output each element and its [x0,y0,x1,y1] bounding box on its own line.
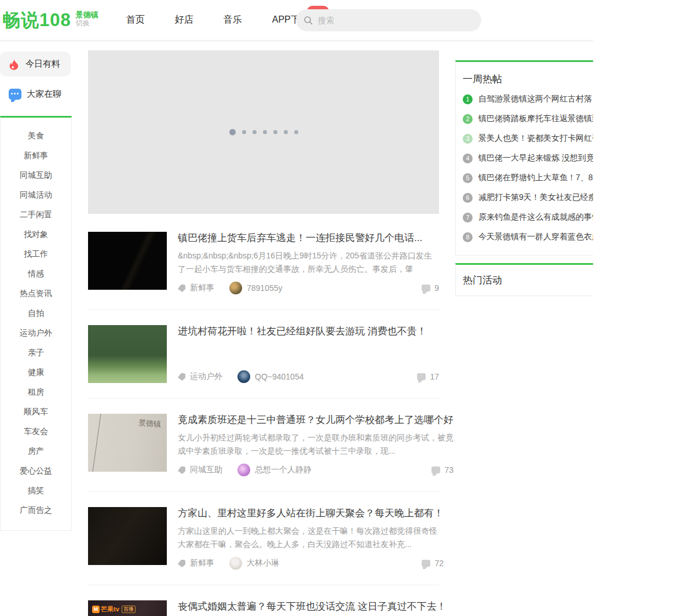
comment-icon [422,285,430,291]
carousel-banner[interactable] [88,50,439,214]
hot-post-item[interactable]: 7 原来钓鱼是件这么有成就感的事情 [463,207,593,227]
category-parenting[interactable]: 亲子 [1,342,71,362]
comment-count: 9 [434,283,439,293]
fire-icon [8,58,20,71]
carousel-dot[interactable] [253,130,257,134]
site-logo-text[interactable]: 畅说108 [2,5,71,36]
category-emotions[interactable]: 情感 [1,264,71,283]
comment-count-group: 9 [422,283,439,293]
comment-count: 17 [430,372,439,381]
category-dating[interactable]: 找对象 [1,224,71,244]
post-excerpt: 女儿小升初经过两轮考试都录取了，一次是联办班和素质班的同步考试，被竟成中学素质班… [178,431,453,458]
comment-count: 73 [444,465,453,475]
post-category[interactable]: 运动户外 [190,371,222,382]
post-title[interactable]: 进坑村荷花开啦！社友已经组好队要去游玩 消费也不贵！ [178,325,439,338]
comment-count-group: 72 [422,559,444,568]
category-charity[interactable]: 爱心公益 [1,461,71,480]
post-author[interactable]: 总想一个人静静 [255,465,312,475]
rank-badge: 2 [463,114,473,124]
carousel-dot[interactable] [229,129,236,136]
city-label: 景德镇 [76,10,98,19]
rank-badge: 5 [463,173,473,183]
rank-badge: 8 [463,232,473,242]
search-box[interactable] [296,9,481,31]
post-title[interactable]: 镇巴佬撞上货车后弃车逃走！一连拒接民警好几个电话... [178,232,439,245]
carousel-dot[interactable] [273,130,277,134]
carousel-dot[interactable] [294,130,298,134]
nav-music[interactable]: 音乐 [224,14,242,26]
post-excerpt: 方家山这里的人一到晚上都大聚会，这是在干嘛！每次路过都觉得很奇怪大家都在干嘛，聚… [178,524,444,551]
nav-home[interactable]: 首页 [126,14,145,26]
category-jobs[interactable]: 找工作 [1,244,71,264]
logo[interactable]: 畅说108 景德镇 切换 [2,5,98,36]
thumbnail-text: 景德镇 [138,418,161,430]
hot-post-item[interactable]: 3 景美人也美！瓷都美女打卡网红瓷 [463,129,593,148]
tag-icon [178,466,185,474]
category-local-events[interactable]: 同城活动 [1,185,71,205]
sidebar-item-everyone-chatting[interactable]: 大家在聊 [0,89,72,100]
category-hot-info[interactable]: 热点资讯 [1,283,71,303]
category-rentals[interactable]: 租房 [1,382,71,402]
hot-activities: 热门活动 [455,263,593,296]
right-sidebar: 一周热帖 1 自驾游景德镇这两个网红古村落！ 2 镇巴佬骑踏板摩托车往返景德镇到… [455,41,593,296]
category-carpool[interactable]: 顺风车 [1,402,71,421]
post-title[interactable]: 丧偶式婚姻太普遍？每天下班也没话交流 这日子真过不下去！ [178,600,447,613]
post-thumbnail[interactable] [88,325,167,383]
post-author[interactable]: 7891055y [247,283,283,293]
avatar[interactable] [237,464,250,476]
category-ads[interactable]: 广而告之 [1,500,71,520]
sidebar-item-today-hot[interactable]: 今日有料 [0,52,71,76]
hot-posts-title: 一周热帖 [463,72,593,86]
hot-post-item[interactable]: 1 自驾游景德镇这两个网红古村落！ [463,89,593,109]
carousel-dot[interactable] [263,130,267,134]
city-switch-link[interactable]: 切换 [76,19,98,28]
post-category[interactable]: 新鲜事 [190,283,214,293]
hot-post-item[interactable]: 2 镇巴佬骑踏板摩托车往返景德镇到 [463,109,593,129]
category-food[interactable]: 美食 [1,126,71,145]
hot-post-item[interactable]: 4 镇巴佬一大早起来锻炼 没想到竟然 [463,148,593,168]
category-funny[interactable]: 搞笑 [1,480,71,500]
nav-shops[interactable]: 好店 [175,14,193,26]
page: 畅说108 景德镇 切换 首页 好店 音乐 APP下载 new [0,0,593,616]
post-title[interactable]: 竟成素质班还是十三中普通班？女儿两个学校都考上了选哪个好 [178,414,453,427]
hot-post-item[interactable]: 8 今天景德镇有一群人穿着蓝色衣服 [463,227,593,247]
category-outdoor-sports[interactable]: 运动户外 [1,323,71,342]
feed-post: 方家山、里村这里好多人站在街上聊天聚会？每天晚上都有！ 方家山这里的人一到晚上都… [88,492,439,585]
post-thumbnail[interactable]: 景德镇 [88,414,167,472]
chat-bubble-icon [9,89,21,100]
comment-icon [422,560,430,567]
post-category[interactable]: 新鲜事 [190,558,214,568]
hot-post-item[interactable]: 5 镇巴佬在野塘钓上大草鱼！7、8斤 [463,168,593,188]
tag-icon [178,285,185,292]
post-thumbnail[interactable] [88,507,167,565]
category-selfie[interactable]: 自拍 [1,303,71,323]
tag-icon [178,560,185,567]
post-author[interactable]: QQ~9401054 [255,372,303,381]
carousel-dot[interactable] [284,130,288,134]
search-input[interactable] [318,16,463,25]
avatar[interactable] [237,370,250,383]
carousel-dot[interactable] [242,130,246,134]
mango-tv-icon: M [92,606,100,613]
post-thumbnail[interactable]: M 芒果tv 首播 [88,600,167,616]
category-car-club[interactable]: 车友会 [1,421,71,441]
category-news[interactable]: 新鲜事 [1,145,71,165]
post-author[interactable]: 大林小琳 [247,558,279,568]
comment-count: 72 [434,559,444,568]
post-category[interactable]: 同城互助 [190,465,222,475]
comment-count-group: 73 [431,465,453,475]
post-thumbnail[interactable] [88,232,167,290]
category-mutual-help[interactable]: 同城互助 [1,165,71,185]
post-title[interactable]: 方家山、里村这里好多人站在街上聊天聚会？每天晚上都有！ [178,507,444,520]
tag-icon [178,373,185,381]
hot-post-item[interactable]: 6 减肥打卡第9天！美女社友已经瘦了 [463,188,593,207]
avatar[interactable] [229,557,242,570]
left-sidebar: 今日有料 大家在聊 美食 新鲜事 同城互助 同城活动 二手闲置 找对象 找工作 … [0,41,72,531]
category-health[interactable]: 健康 [1,362,71,382]
rank-badge: 6 [463,193,473,203]
category-real-estate[interactable]: 房产 [1,441,71,461]
category-secondhand[interactable]: 二手闲置 [1,205,71,224]
thumbnail-detail [92,414,102,472]
today-hot-label: 今日有料 [25,59,60,70]
avatar[interactable] [229,282,242,294]
